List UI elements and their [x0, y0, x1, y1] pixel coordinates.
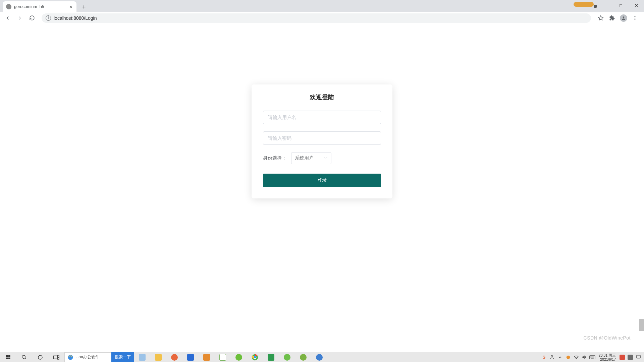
svg-rect-12 — [58, 357, 59, 359]
toolbar-right-icons — [596, 13, 641, 23]
taskbar-search-submit[interactable]: 搜索一下 — [111, 352, 134, 362]
svg-rect-5 — [8, 355, 10, 357]
svg-point-17 — [551, 356, 553, 357]
site-info-icon[interactable]: i — [46, 15, 51, 21]
reload-icon — [29, 15, 35, 21]
taskbar-app-7[interactable] — [231, 352, 247, 362]
window-close-button[interactable]: ✕ — [629, 0, 644, 11]
circle-icon — [38, 355, 43, 360]
browser-toolbar: i localhost:8080/Login — [0, 12, 644, 24]
svg-point-3 — [635, 19, 636, 20]
tab-title: gerocomium_h5 — [14, 4, 44, 9]
browser-chrome: gerocomium_h5 ✕ ＋ ― □ ✕ i localhost:8080… — [0, 0, 644, 24]
puzzle-icon — [609, 15, 615, 21]
cortana-button[interactable] — [32, 352, 48, 362]
login-card: 欢迎登陆 身份选择： 系统用户 ﹀ 登录 — [252, 84, 392, 198]
url-text: localhost:8080/Login — [54, 15, 97, 21]
svg-rect-21 — [636, 355, 640, 358]
taskbar-app-1[interactable] — [134, 352, 150, 362]
taskbar-app-8[interactable] — [263, 352, 279, 362]
svg-point-19 — [576, 358, 577, 359]
window-minimize-button[interactable]: ― — [598, 0, 613, 11]
taskbar-clock[interactable]: 20:31 周三 2021/6/17 — [597, 353, 618, 361]
taskbar-app-chrome[interactable] — [247, 352, 263, 362]
taskbar-search-box[interactable]: · oa办公软件 — [64, 352, 111, 362]
nav-back-button[interactable] — [3, 13, 13, 23]
start-button[interactable] — [0, 352, 16, 362]
new-tab-button[interactable]: ＋ — [79, 2, 89, 11]
avatar-icon — [620, 14, 627, 22]
page-viewport: 欢迎登陆 身份选择： 系统用户 ﹀ 登录 CSDN @OldWinePot — [0, 24, 644, 352]
tray-people-icon[interactable] — [548, 352, 556, 362]
clock-time: 20:31 — [599, 353, 607, 357]
role-row: 身份选择： 系统用户 ﹀ — [263, 152, 381, 164]
login-button[interactable]: 登录 — [263, 174, 381, 187]
task-view-icon — [53, 355, 59, 360]
username-input[interactable] — [263, 111, 381, 124]
clock-date: 2021/6/17 — [600, 357, 616, 361]
taskbar-search-button[interactable] — [16, 352, 32, 362]
svg-rect-6 — [6, 357, 8, 359]
tray-sync-icon[interactable] — [565, 352, 572, 362]
svg-rect-11 — [58, 355, 59, 357]
tab-strip: gerocomium_h5 ✕ ＋ ― □ ✕ — [0, 0, 644, 12]
svg-point-1 — [635, 16, 636, 17]
svg-point-0 — [623, 16, 625, 18]
password-input[interactable] — [263, 131, 381, 145]
browser-tab[interactable]: gerocomium_h5 ✕ — [3, 1, 76, 12]
taskbar-app-3[interactable] — [166, 352, 182, 362]
taskbar-app-10[interactable] — [295, 352, 311, 362]
tray-overflow-icon[interactable] — [556, 352, 564, 362]
taskbar-app-11[interactable] — [311, 352, 327, 362]
extensions-button[interactable] — [607, 13, 617, 23]
window-maximize-button[interactable]: □ — [613, 0, 629, 11]
svg-point-9 — [38, 355, 42, 359]
ie-icon — [67, 354, 73, 360]
bookmark-button[interactable] — [596, 13, 606, 23]
window-controls: ― □ ✕ — [598, 0, 644, 11]
svg-rect-7 — [8, 357, 10, 359]
search-box-text: oa办公软件 — [78, 354, 99, 360]
browser-badge — [574, 2, 594, 7]
login-title: 欢迎登陆 — [263, 93, 381, 101]
kebab-icon — [632, 15, 638, 21]
role-select[interactable]: 系统用户 ﹀ — [291, 152, 331, 164]
arrow-right-icon — [17, 15, 23, 21]
role-value: 系统用户 — [295, 155, 314, 161]
windows-logo-icon — [5, 355, 11, 360]
svg-rect-4 — [6, 355, 8, 357]
tray-ime-indicator[interactable]: S — [540, 352, 548, 362]
nav-forward-button[interactable] — [15, 13, 25, 23]
tray-keyboard-icon[interactable] — [589, 352, 596, 362]
browser-menu-button[interactable] — [630, 13, 640, 23]
star-icon — [598, 15, 604, 21]
browser-badge-dot — [594, 5, 597, 8]
taskbar-app-9[interactable] — [279, 352, 295, 362]
taskbar-app-2[interactable] — [150, 352, 166, 362]
tray-extra-1[interactable] — [619, 352, 626, 362]
svg-rect-20 — [590, 355, 595, 359]
tab-favicon — [6, 4, 11, 9]
svg-point-2 — [635, 17, 636, 18]
taskbar-app-6[interactable] — [215, 352, 231, 362]
svg-point-8 — [22, 355, 25, 358]
task-view-button[interactable] — [48, 352, 64, 362]
taskbar-app-5[interactable] — [199, 352, 215, 362]
watermark-text: CSDN @OldWinePot — [584, 335, 631, 341]
tray-extra-2[interactable] — [627, 352, 634, 362]
tab-close-icon[interactable]: ✕ — [68, 4, 73, 9]
arrow-left-icon — [5, 15, 11, 21]
scrollbar-thumb[interactable] — [639, 319, 644, 331]
search-submit-label: 搜索一下 — [115, 354, 131, 360]
profile-button[interactable] — [619, 13, 629, 23]
nav-reload-button[interactable] — [27, 13, 37, 23]
svg-rect-10 — [54, 356, 57, 359]
tray-volume-icon[interactable] — [581, 352, 588, 362]
chevron-down-icon: ﹀ — [324, 156, 328, 161]
tray-wifi-icon[interactable] — [573, 352, 580, 362]
svg-point-18 — [567, 355, 570, 359]
tray-notifications-icon[interactable] — [635, 352, 642, 362]
taskbar-app-4[interactable] — [182, 352, 199, 362]
taskbar-left: · oa办公软件 搜索一下 — [0, 352, 327, 362]
address-bar[interactable]: i localhost:8080/Login — [42, 13, 591, 23]
